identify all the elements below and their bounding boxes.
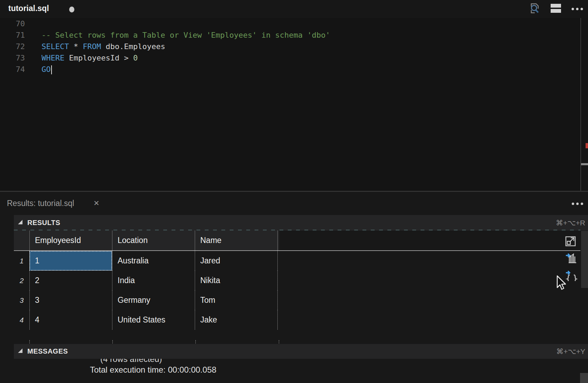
grid-cell[interactable]: India bbox=[112, 271, 195, 290]
grid-cell[interactable]: 2 bbox=[29, 271, 112, 290]
execution-time-message: Total execution time: 00:00:00.058 bbox=[90, 365, 217, 375]
messages-shortcut: ⌘+⌥+Y bbox=[556, 347, 588, 356]
panel-more-actions-icon[interactable] bbox=[572, 203, 583, 205]
code-line: 70 bbox=[0, 18, 553, 29]
grid-header-row: EmployeesId Location Name bbox=[14, 231, 279, 250]
line-number: 70 bbox=[0, 18, 25, 29]
collapse-twistie-icon[interactable] bbox=[18, 348, 22, 353]
results-section-title: RESULTS bbox=[27, 219, 60, 227]
split-editor-icon[interactable] bbox=[551, 4, 561, 14]
grid-cell[interactable]: Germany bbox=[112, 290, 195, 310]
grid-cell[interactable]: Australia bbox=[112, 251, 195, 271]
code-line: 72 SELECT * FROM dbo.Employees bbox=[0, 41, 553, 52]
overview-ruler-marker bbox=[581, 163, 588, 165]
grid-cell[interactable]: Jake bbox=[195, 310, 278, 330]
column-separator-tail bbox=[112, 340, 113, 344]
view-as-chart-icon[interactable] bbox=[565, 252, 577, 263]
row-number-gutter bbox=[14, 231, 29, 250]
column-separator-tail bbox=[195, 340, 196, 344]
table-row: 4 4 United States Jake bbox=[14, 310, 279, 330]
results-shortcut: ⌘+⌥+R bbox=[556, 219, 588, 227]
sql-keyword: FROM bbox=[83, 42, 101, 51]
table-row: 1 1 Australia Jared bbox=[14, 251, 279, 271]
sql-keyword: WHERE bbox=[42, 54, 64, 62]
grid-cell[interactable]: Nikita bbox=[195, 271, 278, 290]
collapse-twistie-icon[interactable] bbox=[18, 220, 22, 224]
grid-cell-selected[interactable]: 1 bbox=[29, 251, 112, 271]
open-preview-icon[interactable] bbox=[529, 2, 540, 16]
text-cursor bbox=[51, 65, 52, 74]
results-grid: 1 1 Australia Jared 2 2 India Nikita 3 3… bbox=[14, 251, 279, 330]
table-row: 3 3 Germany Tom bbox=[14, 290, 279, 310]
code-line: 71 -- Select rows from a Table or View '… bbox=[0, 29, 553, 41]
code-line: 74 GO bbox=[0, 64, 553, 75]
document-title[interactable]: tutorial.sql bbox=[8, 4, 49, 13]
line-number: 72 bbox=[0, 41, 25, 52]
sql-comment: -- Select rows from a Table or View 'Emp… bbox=[42, 31, 330, 39]
grid-cell[interactable]: Jared bbox=[195, 251, 278, 271]
code-line: 73 WHERE EmployeesId > 0 bbox=[0, 52, 553, 64]
close-icon[interactable]: ✕ bbox=[93, 199, 100, 207]
number-literal: 0 bbox=[133, 54, 138, 62]
column-header-employeesid[interactable]: EmployeesId bbox=[29, 231, 112, 250]
error-marker bbox=[586, 143, 588, 148]
messages-section-title: MESSAGES bbox=[27, 347, 68, 355]
grid-cell[interactable]: United States bbox=[112, 310, 195, 330]
grid-cell[interactable]: Tom bbox=[195, 290, 278, 310]
table-row: 2 2 India Nikita bbox=[14, 271, 279, 290]
column-separator-tail bbox=[279, 340, 279, 344]
row-number[interactable]: 3 bbox=[14, 290, 29, 310]
grid-cell[interactable]: 4 bbox=[29, 310, 112, 330]
row-number[interactable]: 2 bbox=[14, 271, 29, 290]
editor-tab-bar: tutorial.sql bbox=[0, 0, 588, 18]
code-editor[interactable]: 70 71 -- Select rows from a Table or Vie… bbox=[0, 18, 580, 191]
more-actions-icon[interactable] bbox=[571, 6, 583, 12]
results-tab-label[interactable]: Results: tutorial.sql bbox=[7, 199, 74, 208]
grid-scrollbar-thumb[interactable] bbox=[581, 231, 588, 288]
messages-section-header[interactable]: MESSAGES ⌘+⌥+Y bbox=[14, 344, 588, 359]
line-number: 73 bbox=[0, 52, 25, 64]
row-number[interactable]: 1 bbox=[14, 251, 29, 271]
row-number[interactable]: 4 bbox=[14, 310, 29, 330]
column-header-name[interactable]: Name bbox=[195, 231, 278, 250]
maximize-grid-icon[interactable] bbox=[565, 236, 576, 246]
column-separator-tail bbox=[29, 340, 30, 344]
column-header-location[interactable]: Location bbox=[112, 231, 195, 250]
line-number: 71 bbox=[0, 29, 25, 41]
unsaved-changes-icon bbox=[69, 7, 74, 12]
panel-scrollbar-corner[interactable] bbox=[580, 373, 588, 383]
line-number: 74 bbox=[0, 64, 25, 75]
results-section-header[interactable]: RESULTS ⌘+⌥+R bbox=[14, 215, 588, 231]
mouse-cursor bbox=[556, 275, 568, 292]
grid-cell[interactable]: 3 bbox=[29, 290, 112, 310]
sql-keyword: GO bbox=[42, 65, 51, 74]
sql-keyword: SELECT bbox=[42, 42, 69, 51]
